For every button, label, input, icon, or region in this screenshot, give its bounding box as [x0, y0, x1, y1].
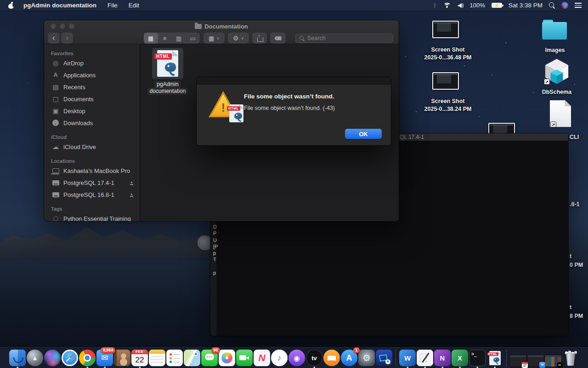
sidebar-item-macbook-pro[interactable]: Kashaela’s MacBook Pro — [44, 165, 140, 177]
active-app-title[interactable]: pgAdmin documentation — [23, 2, 96, 9]
notification-badge: 8,984 — [101, 347, 115, 353]
word-dock-icon[interactable]: W — [399, 348, 416, 368]
desktop-icon-label[interactable]: Images — [539, 46, 571, 54]
alert-dialog: ! HTML File some object wasn’t found. Fi… — [197, 77, 391, 145]
volume-icon[interactable]: ◀)) — [458, 2, 464, 8]
sidebar-item-tag-clipped[interactable]: Python Essential Training — [44, 213, 140, 221]
spotlight-search-icon[interactable] — [549, 2, 555, 8]
terminal-dock-icon[interactable] — [469, 348, 486, 368]
terminal-line-fragment: p — [213, 250, 218, 256]
mail-dock-icon[interactable]: 8,984 — [96, 348, 113, 368]
file-pgadmin-documentation[interactable]: HTML pgAdmin documentation — [146, 48, 190, 95]
siri-icon[interactable] — [561, 2, 568, 9]
search-field[interactable] — [295, 34, 393, 43]
launchpad-dock-icon[interactable] — [26, 348, 44, 368]
thumb-mail-dock-icon[interactable] — [527, 348, 544, 368]
ok-button[interactable]: OK — [345, 129, 382, 139]
folder-icon — [195, 24, 202, 29]
sidebar-item-postgresql-17[interactable]: PostgreSQL 17.4-1 ▲ — [44, 177, 140, 189]
eject-button[interactable]: ▲ — [130, 180, 133, 185]
chrome-dock-icon[interactable] — [79, 348, 96, 368]
calendar-dock-icon[interactable]: FEB22 — [131, 348, 148, 368]
eject-button[interactable]: ▲ — [130, 192, 133, 197]
dock: 8,984FEB2295tv1WNXHTML17tv — [0, 347, 588, 368]
sidebar-item-documents[interactable]: ▢ Documents — [44, 93, 140, 105]
gallery-view-button[interactable]: ▭ — [186, 33, 200, 44]
apple-menu-icon[interactable] — [8, 2, 14, 9]
desktop-icon-screenshot-1[interactable] — [432, 21, 459, 38]
clipped-desktop-labels: CLI.8-1t0 PMt8 PM — [569, 0, 588, 350]
desktop-icon-label[interactable]: DbSchema — [541, 88, 573, 96]
warning-icon: ! HTML — [209, 91, 240, 120]
icon-view-button[interactable]: ▦ — [144, 33, 158, 44]
maps-dock-icon[interactable] — [183, 348, 201, 368]
sysprefs-dock-icon[interactable] — [358, 348, 375, 368]
clipped-desktop-label: t — [570, 304, 571, 310]
desktop: Screen Shot2025-0...36.48 PM Images Scre… — [0, 0, 588, 368]
wifi-icon[interactable] — [443, 3, 451, 8]
column-view-button[interactable]: ▥ — [172, 33, 186, 44]
group-button[interactable]: ▦∨ — [204, 33, 225, 44]
notes-dock-icon[interactable] — [148, 348, 166, 368]
reminders-dock-icon[interactable] — [166, 348, 183, 368]
penapp-dock-icon[interactable] — [416, 348, 434, 368]
siri-dock-icon[interactable] — [44, 348, 61, 368]
bluetooth-icon[interactable]: ᛒ — [433, 2, 437, 8]
airdrop-icon: ◎ — [51, 59, 60, 67]
appletv-dock-icon[interactable]: tv — [305, 348, 323, 368]
notification-center-icon[interactable] — [575, 3, 582, 8]
finder-dock-icon[interactable] — [9, 348, 26, 368]
sidebar-item-icloud-drive[interactable]: ☁ iCloud Drive — [44, 141, 140, 153]
forward-button[interactable]: › — [61, 33, 73, 44]
music-dock-icon[interactable] — [271, 348, 288, 368]
excel-dock-icon[interactable]: X — [451, 348, 469, 368]
appstore-dock-icon[interactable]: 1 — [340, 348, 358, 368]
sidebar-item-downloads[interactable]: ↓ Downloads — [44, 117, 140, 129]
menu-clock[interactable]: Sat 3:38 PM — [509, 2, 543, 9]
action-gear-button[interactable]: ⚙∨ — [228, 33, 249, 44]
menu-file[interactable]: File — [107, 2, 118, 9]
sidebar-item-desktop[interactable]: ▣ Desktop — [44, 105, 140, 117]
desktop-icon-label[interactable]: Screen Shot2025-0...36.48 PM — [416, 46, 480, 61]
books-dock-icon[interactable] — [323, 348, 340, 368]
sidebar-item-applications[interactable]: A Applications — [44, 69, 140, 81]
pgadmin-html-file-icon: HTML — [157, 50, 178, 77]
search-input[interactable] — [307, 35, 381, 41]
trash-dock-icon[interactable] — [562, 348, 579, 368]
finder-titlebar[interactable]: Documentation ‹ › ▦ ≡ ▥ ▭ ▦∨ ⚙∨ — [44, 20, 399, 44]
recents-icon: ▤ — [51, 83, 60, 91]
safari-dock-icon[interactable] — [61, 348, 79, 368]
dialog-titlebar[interactable] — [197, 77, 391, 85]
desktop-icon-label[interactable]: Screen Shot2025-0...38.24 PM — [416, 98, 480, 113]
messages-dock-icon[interactable]: 95 — [201, 348, 218, 368]
dock-divider — [506, 349, 507, 367]
onenote-dock-icon[interactable]: N — [434, 348, 451, 368]
menu-edit[interactable]: Edit — [129, 2, 139, 9]
share-button[interactable] — [252, 33, 267, 44]
battery-charging-icon[interactable]: ⚡ — [492, 3, 502, 8]
images-folder-icon[interactable] — [542, 22, 567, 40]
laptop-icon — [51, 168, 60, 173]
thumb-tv-dock-icon[interactable]: tv — [544, 348, 562, 368]
disk-icon — [51, 192, 60, 197]
sidebar-item-airdrop[interactable]: ◎ AirDrop — [44, 57, 140, 69]
terminal-line-fragment: U — [213, 237, 218, 243]
sidebar-item-postgresql-16[interactable]: PostgreSQL 16.8-1 ▲ — [44, 189, 140, 201]
list-view-button[interactable]: ≡ — [158, 33, 172, 44]
running-indicator — [104, 367, 106, 368]
news-dock-icon[interactable] — [253, 348, 271, 368]
blueapp-dock-icon[interactable] — [375, 348, 393, 368]
clipped-desktop-label: t — [570, 253, 571, 259]
desktop-icon-screenshot-2[interactable] — [432, 72, 459, 90]
photos-dock-icon[interactable] — [218, 348, 236, 368]
menu-bar: pgAdmin documentation File Edit ᛒ ◀)) 10… — [0, 0, 588, 11]
back-button[interactable]: ‹ — [48, 33, 60, 44]
thumb-calendar-dock-icon[interactable]: 17 — [509, 348, 527, 368]
running-indicator — [407, 367, 408, 368]
facetime-dock-icon[interactable] — [236, 348, 253, 368]
pgadmindoc-dock-icon[interactable]: HTML — [486, 348, 503, 368]
podcasts-dock-icon[interactable] — [288, 348, 305, 368]
contacts-dock-icon[interactable] — [113, 348, 131, 368]
sidebar-item-recents[interactable]: ▤ Recents — [44, 81, 140, 93]
tag-button[interactable] — [270, 33, 286, 44]
